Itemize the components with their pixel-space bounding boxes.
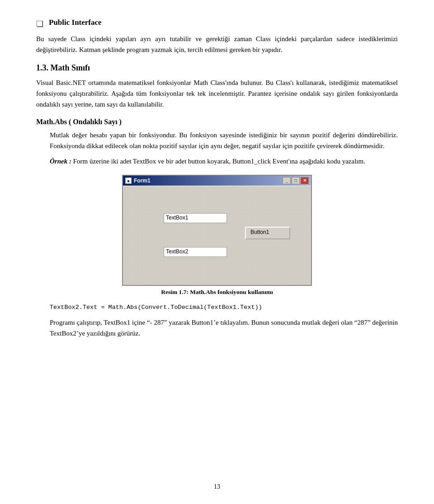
textbox1: TextBox1 bbox=[164, 213, 227, 223]
textbox2-label: TextBox2 bbox=[166, 248, 188, 255]
form-caption: Resim 1.7: Math.Abs fonksiyonu kullanımı bbox=[161, 289, 273, 296]
code-block: TextBox2.Text = Math.Abs(Convert.ToDecim… bbox=[50, 304, 398, 311]
example-paragraph: Örnek : Form üzerine iki adet TextBox ve… bbox=[50, 156, 398, 167]
form-body: TextBox1 TextBox2 Button1 bbox=[123, 186, 311, 285]
paragraph3-container: Mutlak değer hesabı yapan bir fonksiyond… bbox=[50, 130, 398, 151]
page: ❑ Public Interface Bu sayede Class içind… bbox=[0, 0, 434, 504]
form-titlebar-buttons: _ □ ✕ bbox=[283, 177, 309, 184]
paragraph1: Bu sayede Class içindeki yapıları ayrı a… bbox=[36, 33, 398, 55]
form-window: ■ Form1 _ □ ✕ TextBox1 TextBox2 bbox=[122, 175, 312, 286]
paragraph3: Mutlak değer hesabı yapan bir fonksiyond… bbox=[50, 130, 398, 151]
paragraph4: Programı çalıştırıp, TextBox1 içine “- 2… bbox=[50, 317, 398, 339]
form-titlebar-left: ■ Form1 bbox=[125, 177, 151, 184]
paragraph4-container: Programı çalıştırıp, TextBox1 içine “- 2… bbox=[50, 317, 398, 339]
section-title: Public Interface bbox=[49, 18, 102, 27]
bullet-icon: ❑ bbox=[36, 19, 43, 29]
textbox1-label: TextBox1 bbox=[166, 215, 188, 221]
example-label: Örnek : bbox=[50, 158, 71, 165]
form-image-container: ■ Form1 _ □ ✕ TextBox1 TextBox2 bbox=[118, 175, 316, 296]
example-text: Form üzerine iki adet TextBox ve bir ade… bbox=[71, 158, 365, 165]
textbox2: TextBox2 bbox=[164, 247, 227, 257]
form-titlebar: ■ Form1 _ □ ✕ bbox=[123, 176, 311, 186]
page-number: 13 bbox=[214, 483, 220, 490]
subsection-heading: Math.Abs ( Ondalıklı Sayı ) bbox=[36, 118, 398, 126]
bullet-section: ❑ Public Interface bbox=[36, 18, 398, 29]
minimize-button: _ bbox=[283, 177, 291, 184]
close-button: ✕ bbox=[301, 177, 309, 184]
paragraph2: Visual Basic.NET ortamında matematiksel … bbox=[36, 77, 398, 110]
form-window-icon: ■ bbox=[125, 177, 132, 184]
button1: Button1 bbox=[245, 227, 290, 239]
section-heading: 1.3. Math Sınıfı bbox=[36, 63, 398, 73]
button1-label: Button1 bbox=[250, 229, 269, 235]
maximize-button: □ bbox=[292, 177, 300, 184]
form-title: Form1 bbox=[134, 177, 151, 184]
